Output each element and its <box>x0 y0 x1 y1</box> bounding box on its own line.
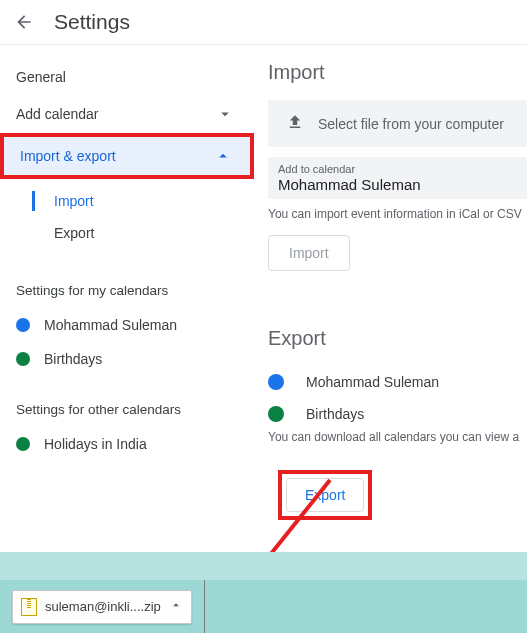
sidebar-item-general[interactable]: General <box>14 59 248 95</box>
select-file-button[interactable]: Select file from your computer <box>268 100 527 147</box>
section-my-calendars: Settings for my calendars <box>14 257 248 308</box>
import-hint: You can import event information in iCal… <box>268 207 527 221</box>
chevron-down-icon <box>216 105 234 123</box>
sidebar: General Add calendar Import & export Imp… <box>0 59 248 520</box>
import-heading: Import <box>268 61 527 84</box>
page-title: Settings <box>54 10 130 34</box>
sidebar-subitem-export[interactable]: Export <box>14 217 248 249</box>
calendar-color-dot <box>268 406 284 422</box>
calendar-color-dot <box>16 318 30 332</box>
chevron-up-icon <box>169 598 183 615</box>
download-bar: suleman@inkli....zip <box>0 578 527 633</box>
export-heading: Export <box>268 327 527 350</box>
zip-file-icon <box>21 598 37 616</box>
download-chip[interactable]: suleman@inkli....zip <box>12 590 192 624</box>
other-calendar-item-0[interactable]: Holidays in India <box>14 427 248 461</box>
annotation-highlight-export-button: Export <box>278 470 372 520</box>
calendar-color-dot <box>268 374 284 390</box>
import-button[interactable]: Import <box>268 235 350 271</box>
calendar-color-dot <box>16 352 30 366</box>
my-calendar-item-0[interactable]: Mohammad Suleman <box>14 308 248 342</box>
export-calendar-name: Birthdays <box>306 406 364 422</box>
calendar-name: Mohammad Suleman <box>44 317 177 333</box>
export-hint: You can download all calendars you can v… <box>268 430 527 444</box>
sidebar-label-general: General <box>16 69 66 85</box>
sidebar-sublabel-import: Import <box>54 193 94 209</box>
add-to-calendar-label: Add to calendar <box>278 163 517 175</box>
arrow-back-icon <box>14 12 34 32</box>
section-other-calendars: Settings for other calendars <box>14 376 248 427</box>
export-calendar-item-0: Mohammad Suleman <box>268 366 527 398</box>
main-panel: Import Select file from your computer Ad… <box>248 59 527 520</box>
my-calendar-item-1[interactable]: Birthdays <box>14 342 248 376</box>
calendar-name: Birthdays <box>44 351 102 367</box>
sidebar-item-import-export[interactable]: Import & export <box>4 137 250 175</box>
add-to-calendar-value: Mohammad Suleman <box>278 175 517 193</box>
sidebar-item-add-calendar[interactable]: Add calendar <box>14 95 248 133</box>
chevron-up-icon <box>214 147 232 165</box>
download-filename: suleman@inkli....zip <box>45 599 161 614</box>
sidebar-label-add-calendar: Add calendar <box>16 106 99 122</box>
calendar-color-dot <box>16 437 30 451</box>
sidebar-subitem-import[interactable]: Import <box>14 185 248 217</box>
select-file-label: Select file from your computer <box>318 116 504 132</box>
add-to-calendar-field[interactable]: Add to calendar Mohammad Suleman <box>268 157 527 199</box>
sidebar-label-import-export: Import & export <box>20 148 116 164</box>
import-button-label: Import <box>289 245 329 261</box>
calendar-name: Holidays in India <box>44 436 147 452</box>
back-button[interactable] <box>12 10 36 34</box>
upload-icon <box>286 113 304 134</box>
export-button-label: Export <box>305 487 345 503</box>
export-button[interactable]: Export <box>286 478 364 512</box>
divider <box>204 580 205 634</box>
export-calendar-name: Mohammad Suleman <box>306 374 439 390</box>
export-calendar-item-1: Birthdays <box>268 398 527 430</box>
annotation-highlight-import-export: Import & export <box>0 133 254 179</box>
sidebar-sublabel-export: Export <box>54 225 94 241</box>
